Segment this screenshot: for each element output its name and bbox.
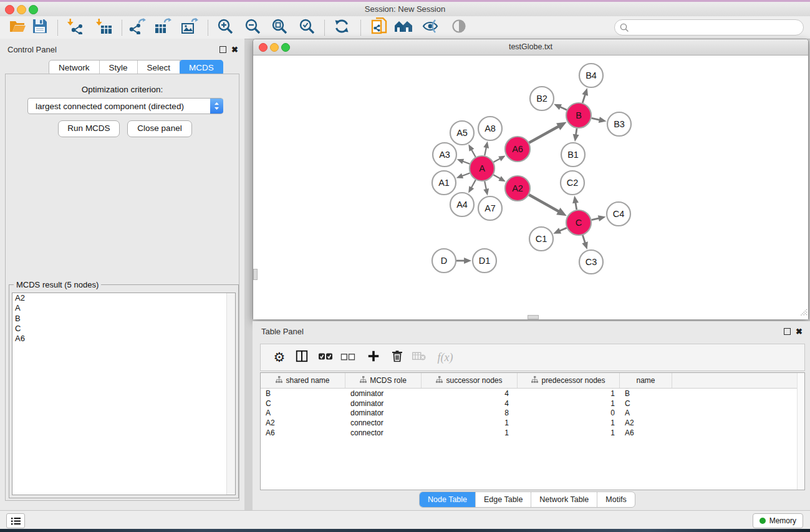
optimization-criterion-select[interactable]: largest connected component (directed) <box>27 98 223 114</box>
graph-edge-A6-B[interactable] <box>529 127 559 143</box>
graph-edge-A-A7[interactable] <box>485 181 486 190</box>
import-network-icon[interactable] <box>67 18 84 37</box>
restore-layout-icon[interactable] <box>394 19 413 36</box>
mcds-result-item[interactable]: A2 <box>12 293 235 303</box>
column-header-MCDS-role[interactable]: MCDS role <box>345 373 422 388</box>
graph-edge-C-C4[interactable] <box>592 218 599 220</box>
open-session-icon[interactable] <box>9 19 26 36</box>
delete-column-icon[interactable] <box>392 351 402 365</box>
run-mcds-button[interactable]: Run MCDS <box>58 120 120 137</box>
close-panel-icon[interactable]: ✖ <box>231 46 238 53</box>
table-cell: 1 <box>518 418 620 427</box>
network-close-button[interactable] <box>259 43 268 52</box>
table-row[interactable]: A2connector11A2 <box>261 418 804 428</box>
network-graph[interactable]: B4B2BB3A8A5A6A3B1AA1C2A2A4A7C4CC1C3DD1 <box>253 56 808 319</box>
table-row[interactable]: A6connector11A6 <box>261 428 804 438</box>
mcds-result-list[interactable]: A2ABCA6 <box>12 293 236 495</box>
control-panel-title: Control Panel <box>7 45 57 54</box>
graph-node-label: B2 <box>536 94 547 104</box>
table-cell: dominator <box>345 399 422 408</box>
table-cell: B <box>620 389 672 398</box>
network-zoom-button[interactable] <box>281 43 290 52</box>
select-all-icon[interactable] <box>319 352 333 363</box>
mcds-result-item[interactable]: A6 <box>12 334 235 344</box>
graph-edge-A-A5[interactable] <box>471 150 476 157</box>
mcds-result-item[interactable]: A <box>12 303 235 313</box>
close-window-button[interactable] <box>5 5 14 14</box>
splitter-handle[interactable] <box>528 315 539 319</box>
table-scrollbar[interactable] <box>797 373 804 490</box>
network-canvas[interactable]: B4B2BB3A8A5A6A3B1AA1C2A2A4A7C4CC1C3DD1 <box>253 56 808 319</box>
graph-edge-C-C1[interactable] <box>559 228 566 231</box>
status-bar: Memory <box>0 510 810 530</box>
refresh-view-icon[interactable] <box>334 18 350 37</box>
tab-select[interactable]: Select <box>138 60 181 75</box>
graph-edge-C-C2[interactable] <box>576 202 577 210</box>
tab-network-table[interactable]: Network Table <box>531 492 597 507</box>
zoom-selected-icon[interactable] <box>299 18 315 37</box>
zoom-out-icon[interactable] <box>244 18 261 37</box>
column-header-label: name <box>636 376 655 385</box>
close-panel-icon[interactable]: ✖ <box>796 328 803 335</box>
graph-edge-A-A6[interactable] <box>493 158 500 162</box>
duplicate-network-icon[interactable] <box>371 17 387 37</box>
close-panel-button[interactable]: Close panel <box>127 120 192 137</box>
minimize-window-button[interactable] <box>17 5 26 14</box>
column-header-successor-nodes[interactable]: successor nodes <box>422 373 518 388</box>
zoom-window-button[interactable] <box>29 5 38 14</box>
graph-edge-A-A1[interactable] <box>462 173 470 176</box>
graph-node-label: A4 <box>456 200 468 210</box>
column-header-predecessor-nodes[interactable]: predecessor nodes <box>518 373 620 388</box>
tab-style[interactable]: Style <box>100 60 138 75</box>
resize-grip-icon[interactable] <box>799 307 808 319</box>
tab-node-table[interactable]: Node Table <box>420 492 476 507</box>
graph-edge-B-B4[interactable] <box>582 94 585 103</box>
network-window-titlebar[interactable]: testGlobe.txt <box>253 39 808 56</box>
import-table-icon[interactable] <box>96 18 112 37</box>
export-image-icon[interactable] <box>181 18 198 37</box>
graph-edge-A-A4[interactable] <box>471 180 476 188</box>
function-builder-icon[interactable]: f(x) <box>438 351 453 364</box>
table-row[interactable]: Bdominator41B <box>261 389 804 399</box>
column-header-shared-name[interactable]: shared name <box>261 373 345 388</box>
search-field[interactable] <box>614 19 804 36</box>
graph-edge-B-B1[interactable] <box>576 128 577 135</box>
hide-panels-icon[interactable] <box>422 19 440 36</box>
table-cell: B <box>261 389 345 398</box>
table-row[interactable]: Adominator80A <box>261 409 804 418</box>
table-row[interactable]: Cdominator41C <box>261 399 804 409</box>
float-panel-icon[interactable] <box>219 46 226 53</box>
graph-edge-A2-C[interactable] <box>529 195 559 211</box>
column-view-icon[interactable] <box>296 351 308 365</box>
mcds-result-item[interactable]: C <box>12 324 235 334</box>
deselect-all-icon[interactable] <box>341 352 355 363</box>
float-panel-icon[interactable] <box>784 328 791 335</box>
mcds-result-item[interactable]: B <box>12 314 235 324</box>
column-header-name[interactable]: name <box>620 373 672 388</box>
export-table-icon[interactable] <box>154 18 171 37</box>
tab-edge-table[interactable]: Edge Table <box>476 492 531 507</box>
graph-node-label: A8 <box>485 123 496 133</box>
zoom-fit-icon[interactable] <box>271 18 287 37</box>
delete-table-icon[interactable] <box>412 352 426 364</box>
graph-edge-A-A2[interactable] <box>493 175 500 178</box>
graph-edge-B-B2[interactable] <box>560 107 567 110</box>
search-input[interactable] <box>629 22 803 32</box>
export-network-icon[interactable] <box>128 18 146 37</box>
list-scrollbar[interactable] <box>226 293 235 495</box>
tab-network[interactable]: Network <box>49 60 100 75</box>
graph-edge-C-C3[interactable] <box>582 235 585 243</box>
graph-edge-B-B3[interactable] <box>592 118 600 120</box>
zoom-in-icon[interactable] <box>217 18 233 37</box>
add-column-icon[interactable] <box>369 351 379 364</box>
tab-motifs[interactable]: Motifs <box>597 492 634 507</box>
network-minimize-button[interactable] <box>270 43 279 52</box>
memory-button[interactable]: Memory <box>753 513 803 528</box>
splitter-handle[interactable] <box>253 269 258 280</box>
show-panels-icon[interactable] <box>451 19 467 36</box>
graph-edge-A-A3[interactable] <box>463 162 470 164</box>
table-settings-icon[interactable]: ⚙ <box>274 351 286 364</box>
task-history-button[interactable] <box>6 513 25 528</box>
graph-edge-A-A8[interactable] <box>485 147 486 155</box>
save-session-icon[interactable] <box>32 19 47 36</box>
